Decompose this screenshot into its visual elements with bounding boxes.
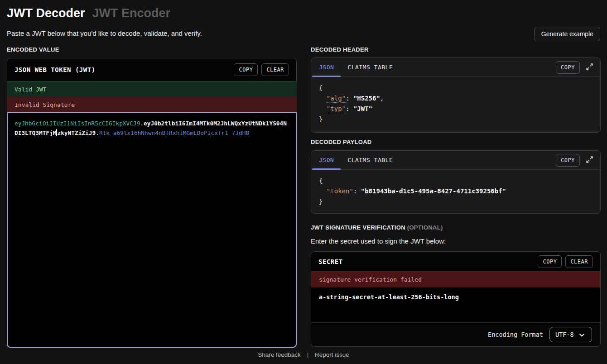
- tab-header-json[interactable]: JSON: [312, 58, 341, 77]
- generate-example-button[interactable]: Generate example: [535, 27, 600, 41]
- page-footer: Share feedback | Report issue: [0, 351, 607, 358]
- report-issue-link[interactable]: Report issue: [315, 351, 349, 358]
- jwt-token-input[interactable]: eyJhbGciOiJIUzI1NiIsInR5cCI6IkpXVCJ9.eyJ…: [7, 112, 297, 348]
- tab-payload-json[interactable]: JSON: [312, 151, 341, 169]
- segment-punct: :: [353, 187, 361, 195]
- code-line: {: [319, 83, 593, 93]
- encoded-card-title: JSON WEB TOKEN (JWT): [14, 66, 96, 73]
- segment-punct: {: [319, 177, 323, 184]
- expand-header-button[interactable]: [586, 63, 593, 72]
- code-line: "typ": "JWT": [319, 104, 593, 114]
- invalid-signature-text: Invalid Signature: [14, 101, 75, 108]
- title-tabs: JWT Decoder JWT Encoder: [7, 6, 170, 20]
- page-subtitle: Paste a JWT below that you'd like to dec…: [7, 29, 202, 37]
- tab-header-claims-table[interactable]: CLAIMS TABLE: [341, 58, 400, 77]
- segment-tok-header: eyJhbGciOiJIUzI1NiIsInR5cCI6IkpXVCJ9: [14, 120, 140, 127]
- segment-punct: {: [319, 84, 323, 91]
- decoded-header-tabs: JSON CLAIMS TABLE COPY: [311, 58, 600, 77]
- segment-key: "token": [327, 187, 353, 195]
- code-line: "token": "b81943ba-d1c5-495a-8427-4711c3…: [319, 186, 593, 196]
- segment-tok-payload: zkyNTZiZiJ9: [57, 129, 96, 136]
- encoded-card-header: JSON WEB TOKEN (JWT) COPY CLEAR: [7, 58, 297, 81]
- segment-punct: :: [346, 95, 353, 102]
- expand-icon: [586, 63, 593, 72]
- decoded-payload-actions: COPY: [556, 151, 600, 169]
- signature-failed-banner: signature verification failed: [311, 272, 600, 287]
- segment-punct: }: [319, 115, 323, 123]
- tab-jwt-decoder[interactable]: JWT Decoder: [7, 6, 85, 20]
- secret-input[interactable]: a-string-secret-at-least-256-bits-long: [311, 287, 600, 322]
- copy-token-button[interactable]: COPY: [234, 63, 258, 76]
- tab-payload-claims-table[interactable]: CLAIMS TABLE: [341, 151, 400, 169]
- secret-card: SECRET COPY CLEAR signature verification…: [311, 251, 601, 347]
- code-line: {: [319, 176, 593, 186]
- secret-card-title: SECRET: [318, 258, 343, 265]
- decoded-payload-card: JSON CLAIMS TABLE COPY { "token": "b8194…: [311, 150, 601, 214]
- decoded-payload-label: DECODED PAYLOAD: [311, 139, 372, 145]
- secret-card-header: SECRET COPY CLEAR: [311, 252, 600, 272]
- segment-value: "JWT": [353, 105, 372, 112]
- segment-tok-dot: .: [140, 120, 144, 127]
- clear-secret-button[interactable]: CLEAR: [565, 255, 593, 268]
- decoded-payload-tabs: JSON CLAIMS TABLE COPY: [311, 151, 600, 170]
- secret-card-footer: Encoding Format UTF-8: [311, 322, 600, 346]
- clear-token-button[interactable]: CLEAR: [261, 63, 289, 76]
- decoded-header-card: JSON CLAIMS TABLE COPY { "alg": "HS256",…: [311, 57, 601, 133]
- segment-tok-signature: Rlk_a69lx16hNhwn4nBfRxhiMGmEDoPIcxfr1_7J…: [99, 129, 249, 136]
- secret-instruction: Enter the secret used to sign the JWT be…: [311, 237, 446, 245]
- decoded-header-label: DECODED HEADER: [311, 46, 369, 53]
- tab-jwt-encoder[interactable]: JWT Encoder: [92, 6, 171, 20]
- segment-punct: }: [319, 198, 323, 205]
- encoding-format-select[interactable]: UTF-8: [549, 327, 592, 342]
- segment-key-claim: "typ": [327, 105, 346, 113]
- segment-value: "HS256": [353, 95, 380, 102]
- encoded-value-label: ENCODED VALUE: [7, 46, 59, 53]
- chevron-down-icon: [579, 331, 584, 338]
- segment-value: "b81943ba-d1c5-495a-8427-4711c39256bf": [361, 187, 506, 195]
- encoded-card-actions: COPY CLEAR: [234, 63, 289, 76]
- signature-verification-title: JWT SIGNATURE VERIFICATION: [311, 224, 405, 231]
- signature-verification-label: JWT SIGNATURE VERIFICATION (OPTIONAL): [311, 224, 443, 231]
- segment-punct: [319, 187, 327, 195]
- segment-key-claim: "alg": [327, 95, 346, 103]
- decoded-payload-json: { "token": "b81943ba-d1c5-495a-8427-4711…: [311, 170, 600, 213]
- encoded-value-card: JSON WEB TOKEN (JWT) COPY CLEAR Valid JW…: [7, 58, 297, 348]
- footer-separator: |: [307, 351, 309, 358]
- segment-tok-dot: .: [96, 129, 99, 136]
- segment-punct: [319, 95, 327, 102]
- code-line: }: [319, 196, 593, 207]
- segment-punct: ,: [380, 95, 384, 102]
- copy-header-button[interactable]: COPY: [556, 61, 580, 74]
- copy-secret-button[interactable]: COPY: [538, 255, 562, 268]
- valid-jwt-text: Valid JWT: [14, 86, 46, 93]
- secret-card-actions: COPY CLEAR: [538, 255, 593, 268]
- code-line: "alg": "HS256",: [319, 93, 593, 104]
- optional-tag: (OPTIONAL): [407, 224, 443, 231]
- copy-payload-button[interactable]: COPY: [556, 154, 580, 167]
- expand-icon: [586, 156, 593, 165]
- valid-jwt-banner: Valid JWT: [7, 81, 297, 97]
- decoded-header-actions: COPY: [556, 58, 600, 77]
- segment-punct: :: [346, 105, 353, 112]
- code-line: }: [319, 114, 593, 125]
- segment-punct: [319, 105, 327, 112]
- signature-failed-text: signature verification failed: [319, 276, 422, 283]
- encoding-format-value: UTF-8: [555, 331, 574, 338]
- encoding-format-label: Encoding Format: [488, 331, 543, 338]
- share-feedback-link[interactable]: Share feedback: [258, 351, 301, 358]
- expand-payload-button[interactable]: [586, 156, 593, 165]
- decoded-header-json: { "alg": "HS256", "typ": "JWT"}: [311, 77, 600, 130]
- invalid-signature-banner: Invalid Signature: [7, 97, 297, 112]
